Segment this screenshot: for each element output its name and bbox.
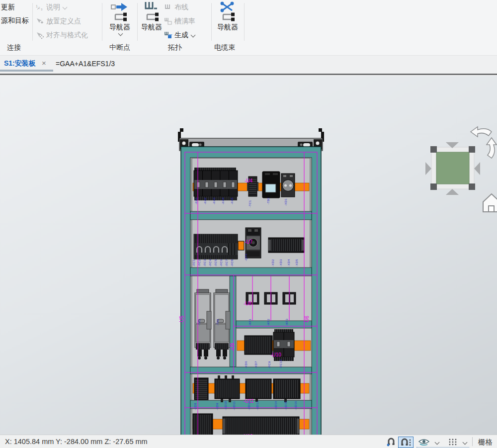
group-connection-label: 连接 [7, 43, 21, 52]
rotate-right-arrow[interactable] [474, 162, 480, 175]
device-tag: -KF3 [285, 319, 288, 326]
source-target-button[interactable]: 源和目标 [1, 16, 29, 25]
device-tag: -XD12 [248, 401, 250, 410]
statusbar-dotted-underline [416, 447, 469, 448]
device-tag: -KF2 [267, 319, 270, 326]
breakpoint-navigator-icon [110, 1, 129, 22]
rotate-up-arrow[interactable] [446, 142, 459, 148]
status-bar: X: 1405.84 mm Y: -284.00 mm Z: -27.65 mm [0, 435, 497, 448]
device-tag: -FC4 [209, 259, 212, 267]
place-definition-point-label: 放置定义点 [46, 17, 81, 26]
group-cable-bundle-label: 电缆束 [214, 43, 235, 52]
device-tag: -XD15 [284, 401, 287, 410]
relay-group-row2[interactable] [194, 234, 244, 259]
align-format-button: 对齐与格式化 [36, 31, 88, 40]
grid-label[interactable]: 栅格 [478, 438, 493, 447]
device-tag: -XD9 [216, 403, 219, 410]
snap-magnet-button[interactable] [386, 437, 397, 447]
device-tag: -TB1 [267, 197, 270, 204]
active-tab-underline [0, 70, 53, 72]
panel-4[interactable] [192, 374, 310, 400]
device-tag: -FC8 [231, 259, 234, 267]
align-format-icon [36, 31, 44, 39]
grid-dots-icon [448, 438, 457, 447]
generate-button[interactable]: 生成 [164, 31, 195, 40]
align-format-label: 对齐与格式化 [46, 31, 88, 40]
chevron-down-icon[interactable] [435, 440, 440, 445]
topology-navigator-icon [142, 1, 161, 22]
device-tag: -XD8 [194, 403, 197, 410]
device-tag: -QA1 [245, 254, 248, 261]
view-cube-face[interactable] [436, 152, 469, 184]
123-icon: 123 [36, 3, 44, 11]
topology-navigator-button[interactable]: 导航器 [139, 1, 164, 32]
device-tag: -FA2 [204, 197, 207, 204]
place-definition-point-button: 放置定义点 [36, 17, 81, 26]
device-tag: -TA2 [216, 319, 219, 326]
3d-panel-canvas[interactable]: -U4-U7-U8-U10-U11-U12-U13-U5-U9-U6 -FA1-… [0, 76, 497, 435]
ribbon-separator [244, 3, 245, 41]
breakpoint-navigator-button[interactable]: 导航器 [105, 1, 134, 36]
grid-display-button[interactable] [448, 437, 457, 447]
cabinet-top-brackets[interactable] [178, 128, 324, 142]
rotate-arrows[interactable] [471, 127, 497, 158]
svg-text:1: 1 [36, 4, 38, 8]
device-tag: -XD3 [279, 259, 282, 267]
rotate-down-arrow[interactable] [446, 189, 459, 195]
device-tag: -XD16 [294, 401, 297, 410]
generate-label: 生成 [174, 31, 188, 40]
device-tag: -FA5 [231, 197, 234, 204]
chevron-down-icon[interactable] [463, 440, 468, 445]
socket-device-row1[interactable] [281, 174, 295, 197]
rotate-left-arrow[interactable] [425, 162, 431, 175]
routing-button: 布线 [164, 3, 188, 12]
object-snap-toggle[interactable] [398, 437, 414, 448]
routing-icon [164, 3, 172, 11]
visibility-button[interactable] [418, 437, 430, 447]
cabinet-top-plate[interactable] [179, 138, 323, 151]
device-tag: -XD13 [256, 401, 259, 410]
device-tag: -FC10 [279, 359, 282, 368]
magnet-icon [386, 437, 397, 447]
group-breakpoint-label: 中断点 [109, 43, 130, 52]
home-button[interactable] [483, 194, 497, 212]
cable-bundle-navigator-button[interactable]: 导航器 [214, 1, 242, 32]
section-label: -U7 [245, 240, 252, 245]
svg-text:3: 3 [41, 8, 43, 11]
panel-3-right-top[interactable] [236, 276, 312, 321]
magnet-snap-icon [400, 438, 412, 447]
device-tag: -XD11 [233, 401, 236, 410]
relay-modules-row3[interactable] [246, 292, 296, 304]
mounting-panels [192, 158, 312, 439]
update-button[interactable]: 更新 [1, 3, 15, 12]
close-icon[interactable]: × [42, 59, 46, 67]
device-tag: -XD2 [271, 259, 274, 267]
device-tag: -FC1 [192, 259, 195, 267]
view-cube[interactable] [425, 142, 480, 195]
tab-s1-mounting-plate[interactable]: S1:安装板 [4, 59, 36, 68]
device-tag: -XD7 [254, 361, 257, 368]
device-tag: -FC2 [198, 259, 201, 267]
section-label: -U5 [179, 316, 184, 324]
device-tag: -FA1 [195, 197, 198, 204]
device-tag: -FC5 [214, 259, 217, 267]
terminal-block-row3[interactable] [245, 336, 272, 355]
device-tag: -KF1 [248, 319, 251, 326]
device-tag: -FA3 [213, 197, 216, 204]
tab-bar: S1:安装板 × =GAA+A1&EFS1/3 [0, 56, 497, 75]
power-supply-row1[interactable] [262, 172, 280, 198]
device-tag: -XD5 [295, 259, 298, 267]
device-tag: -FC3 [203, 259, 206, 267]
device-tag: -TC1 [248, 200, 251, 207]
chevron-down-icon [118, 31, 123, 36]
device-tag: -FC6 [220, 259, 223, 267]
terminal-strip-row2[interactable] [268, 238, 304, 253]
device-tag: -TA1 [198, 319, 201, 326]
navigator-label: 导航器 [217, 23, 238, 32]
din-rails[interactable] [193, 183, 311, 429]
ribbon: 更新 源和目标 连接 123 说明 放置定义点 对齐与格式化 导航器 中断点 [0, 0, 497, 56]
breaker-group-row1[interactable] [194, 168, 238, 200]
source-target-label: 源和目标 [1, 16, 29, 25]
group-topology-label: 拓扑 [168, 43, 182, 52]
chevron-down-icon [63, 4, 68, 9]
